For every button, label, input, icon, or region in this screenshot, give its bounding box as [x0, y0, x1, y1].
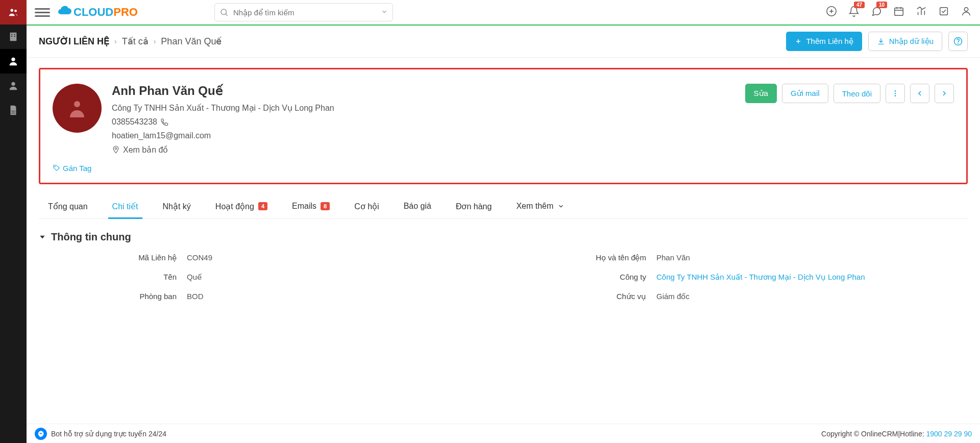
- tasks-button[interactable]: [938, 6, 949, 19]
- tab-activity[interactable]: Hoạt động4: [211, 194, 272, 218]
- breadcrumb: NGƯỜI LIÊN HỆ › Tất cả › Phan Văn Quế: [39, 36, 222, 47]
- svg-rect-6: [14, 36, 15, 37]
- footer-hotline[interactable]: 1900 29 29 90: [926, 430, 972, 438]
- footer: Bot hỗ trợ sử dụng trực tuyến 24/24 Copy…: [27, 424, 980, 443]
- tab-overview[interactable]: Tổng quan: [44, 194, 92, 218]
- sidebar-item-contacts[interactable]: [0, 0, 27, 24]
- building-icon: [8, 31, 19, 42]
- tab-more[interactable]: Xem thêm: [512, 194, 569, 218]
- person-icon: [8, 56, 19, 67]
- svg-rect-21: [940, 8, 948, 15]
- plus-icon: [795, 38, 802, 45]
- svg-rect-14: [895, 8, 903, 16]
- calendar-button[interactable]: [893, 6, 904, 19]
- person2-icon: [8, 80, 19, 91]
- add-contact-button[interactable]: Thêm Liên hệ: [786, 32, 862, 51]
- svg-point-29: [895, 90, 896, 92]
- tabs: Tổng quan Chi tiết Nhật ký Hoạt động4 Em…: [39, 194, 968, 219]
- svg-rect-5: [11, 36, 12, 37]
- svg-point-7: [11, 58, 15, 61]
- info-grid: Mã Liên hệCON49 Họ và tên đệmPhan Văn Tê…: [39, 253, 968, 301]
- svg-point-32: [55, 166, 55, 167]
- add-button[interactable]: [826, 6, 837, 19]
- prev-button[interactable]: [910, 84, 929, 103]
- import-button[interactable]: Nhập dữ liệu: [868, 32, 942, 51]
- profile-phone: 0385543238: [112, 115, 157, 129]
- people-icon: [8, 7, 19, 18]
- hamburger-menu[interactable]: [35, 6, 50, 18]
- svg-point-9: [221, 9, 227, 15]
- svg-rect-3: [11, 34, 12, 35]
- svg-point-1: [14, 10, 17, 12]
- send-mail-button[interactable]: Gửi mail: [782, 84, 828, 103]
- sidebar-item-user2[interactable]: [0, 73, 27, 98]
- notifications-button[interactable]: 47: [848, 6, 860, 19]
- field-code: Mã Liên hệCON49: [44, 253, 493, 262]
- svg-line-10: [226, 14, 228, 16]
- more-options-button[interactable]: [886, 84, 905, 103]
- chevron-left-icon: [916, 89, 924, 97]
- sidebar-item-company[interactable]: [0, 24, 27, 49]
- section-general-header[interactable]: Thông tin chung: [39, 231, 968, 243]
- field-company: Công tyCông Ty TNHH Sản Xuất - Thương Mạ…: [513, 273, 963, 282]
- messages-button[interactable]: 10: [871, 6, 882, 19]
- help-button[interactable]: [948, 32, 968, 51]
- breadcrumb-current[interactable]: Phan Văn Quế: [161, 36, 222, 47]
- sub-header: NGƯỜI LIÊN HỆ › Tất cả › Phan Văn Quế Th…: [27, 26, 980, 58]
- sidebar-item-doc[interactable]: [0, 98, 27, 122]
- chevron-right-icon: [940, 89, 948, 97]
- notifications-badge: 47: [854, 2, 865, 8]
- svg-point-22: [964, 8, 968, 11]
- logo[interactable]: CLOUDPRO: [56, 5, 138, 19]
- chevron-down-icon[interactable]: [381, 8, 388, 15]
- tab-opportunity[interactable]: Cơ hội: [350, 194, 383, 218]
- profile-map-link[interactable]: Xem bản đồ: [112, 143, 954, 157]
- field-position: Chức vụGiám đốc: [513, 292, 963, 301]
- follow-button[interactable]: Theo dõi: [834, 84, 880, 103]
- analytics-button[interactable]: [916, 6, 927, 19]
- profile-email: hoatien_lam15@gmail.com: [112, 129, 954, 142]
- svg-point-30: [895, 93, 896, 94]
- footer-bot-text: Bot hỗ trợ sử dụng trực tuyến 24/24: [51, 430, 166, 438]
- tab-quote[interactable]: Báo giá: [400, 194, 435, 218]
- search-icon: [219, 8, 229, 17]
- svg-point-8: [11, 82, 15, 86]
- tab-detail[interactable]: Chi tiết: [108, 194, 142, 218]
- document-icon: [8, 105, 19, 116]
- help-icon: [953, 37, 963, 46]
- download-icon: [877, 37, 885, 45]
- tag-icon: [53, 164, 61, 172]
- next-button[interactable]: [935, 84, 954, 103]
- chevron-down-icon: [557, 203, 565, 210]
- svg-point-26: [958, 43, 959, 43]
- svg-point-31: [895, 95, 896, 96]
- tab-journal[interactable]: Nhật ký: [159, 194, 195, 218]
- breadcrumb-title[interactable]: NGƯỜI LIÊN HỆ: [39, 36, 109, 47]
- sidebar-item-person[interactable]: [0, 49, 27, 73]
- tab-emails[interactable]: Emails8: [288, 194, 334, 218]
- svg-rect-4: [14, 34, 15, 35]
- more-vertical-icon: [891, 89, 899, 97]
- add-tag-link[interactable]: Gán Tag: [53, 164, 954, 173]
- messenger-icon[interactable]: [35, 428, 47, 440]
- footer-copyright: Copyright © OnlineCRM|Hotline:: [821, 430, 926, 438]
- svg-marker-33: [40, 236, 44, 239]
- breadcrumb-all[interactable]: Tất cả: [122, 36, 149, 47]
- phone-icon[interactable]: [160, 118, 168, 126]
- avatar[interactable]: [53, 84, 102, 133]
- sidebar: [0, 0, 27, 443]
- caret-down-icon: [39, 233, 46, 240]
- profile-company: Công Ty TNHH Sản Xuất - Thương Mại - Dịc…: [112, 101, 954, 115]
- field-dept: Phòng banBOD: [44, 292, 493, 301]
- tab-order[interactable]: Đơn hàng: [452, 194, 496, 218]
- field-lastname: Họ và tên đệmPhan Văn: [513, 253, 963, 262]
- field-firstname: TênQuế: [44, 273, 493, 282]
- topbar: CLOUDPRO 47 10: [27, 0, 980, 26]
- map-pin-icon: [112, 145, 120, 154]
- profile-button[interactable]: [961, 6, 972, 19]
- cloud-icon: [56, 5, 72, 19]
- search-input[interactable]: [214, 3, 393, 21]
- svg-point-27: [74, 101, 80, 107]
- svg-point-28: [115, 147, 116, 149]
- edit-button[interactable]: Sửa: [745, 84, 777, 103]
